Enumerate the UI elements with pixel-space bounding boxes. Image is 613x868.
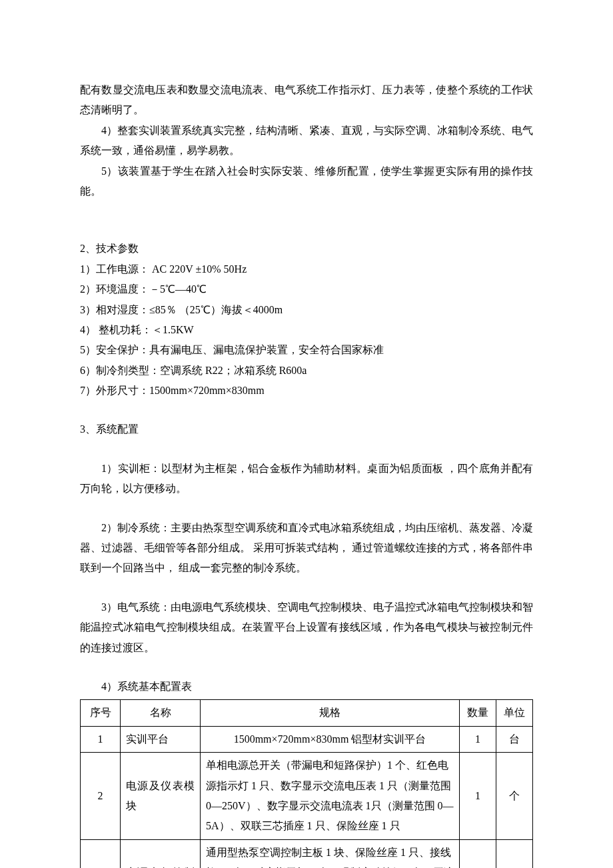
td-idx: 1 (81, 726, 121, 752)
th-name: 名称 (121, 700, 201, 726)
td-qty: 1 (460, 726, 496, 752)
config-p1: 1）实训柜：以型材为主框架，铝合金板作为辅助材料。桌面为铝质面板 ，四个底角并配… (80, 459, 533, 499)
config-table: 序号 名称 规格 数量 单位 1 实训平台 1500mm×720mm×830mm… (80, 699, 533, 868)
tech-item-2: 2）环境温度：－5℃—40℃ (80, 279, 533, 299)
config-p3: 3）电气系统：由电源电气系统模块、空调电气控制模块、电子温控式冰箱电气控制模块和… (80, 597, 533, 658)
th-unit: 单位 (496, 700, 533, 726)
td-unit: 台 (496, 726, 533, 752)
td-idx: 2 (81, 753, 121, 840)
td-idx: 3 (81, 839, 121, 868)
intro-p1: 配有数显交流电压表和数显交流电流表、电气系统工作指示灯、压力表等，使整个系统的工… (80, 80, 533, 121)
td-name: 实训平台 (121, 726, 201, 752)
td-spec: 1500mm×720mm×830mm 铝型材实训平台 (201, 726, 460, 752)
intro-p3: 5）该装置基于学生在踏入社会时实际安装、维修所配置，使学生掌握更实际有用的操作技… (80, 161, 533, 202)
td-name: 空调电气控制模块 (121, 839, 201, 868)
td-spec: 单相电源总开关（带漏电和短路保护）1 个、红色电源指示灯 1 只、数字显示交流电… (201, 753, 460, 840)
config-p2: 2）制冷系统：主要由热泵型空调系统和直冷式电冰箱系统组成，均由压缩机、蒸发器、冷… (80, 518, 533, 579)
td-spec: 通用型热泵空调控制主板 1 块、保险丝座 1 只、接线柱 18 个、对应指示灯 … (201, 839, 460, 868)
table-row: 2 电源及仪表模块 单相电源总开关（带漏电和短路保护）1 个、红色电源指示灯 1… (81, 753, 533, 840)
config-title: 3、系统配置 (80, 419, 533, 439)
tech-item-4: 4） 整机功耗：＜1.5KW (80, 320, 533, 340)
td-unit: 个 (496, 839, 533, 868)
table-row: 1 实训平台 1500mm×720mm×830mm 铝型材实训平台 1 台 (81, 726, 533, 752)
table-header-row: 序号 名称 规格 数量 单位 (81, 700, 533, 726)
th-qty: 数量 (460, 700, 496, 726)
td-name: 电源及仪表模块 (121, 753, 201, 840)
td-unit: 个 (496, 753, 533, 840)
td-qty: 1 (460, 839, 496, 868)
tech-item-3: 3）相对湿度：≤85％ （25℃）海拔＜4000m (80, 300, 533, 320)
th-spec: 规格 (201, 700, 460, 726)
tech-item-7: 7）外形尺寸：1500mm×720mm×830mm (80, 381, 533, 401)
tech-item-5: 5）安全保护：具有漏电压、漏电流保护装置，安全符合国家标准 (80, 340, 533, 360)
th-idx: 序号 (81, 700, 121, 726)
tech-item-6: 6）制冷剂类型：空调系统 R22；冰箱系统 R600a (80, 361, 533, 381)
intro-p2: 4）整套实训装置系统真实完整，结构清晰、紧凑、直观，与实际空调、冰箱制冷系统、电… (80, 121, 533, 161)
tech-title: 2、技术参数 (80, 239, 533, 259)
td-qty: 1 (460, 753, 496, 840)
table-row: 3 空调电气控制模块 通用型热泵空调控制主板 1 块、保险丝座 1 只、接线柱 … (81, 839, 533, 868)
config-p4: 4）系统基本配置表 (80, 677, 533, 697)
tech-item-1: 1）工作电源： AC 220V ±10% 50Hz (80, 259, 533, 279)
